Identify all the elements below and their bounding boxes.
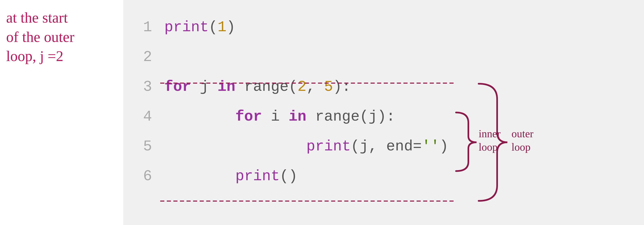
code-space2	[209, 78, 218, 95]
code-space6	[306, 108, 315, 125]
code-comma: ,	[306, 78, 324, 95]
code-line-6: 6 print ()	[140, 161, 628, 191]
code-panel: 1 print ( 1 ) 2 3 for j in range ( 2 , 5…	[123, 0, 644, 225]
code-line-3: 3 for j in range ( 2 , 5 ):	[140, 72, 628, 102]
code-space3	[236, 78, 244, 95]
code-line-2: 2	[140, 42, 628, 72]
code-indent5	[164, 138, 306, 155]
code-j-var3: j	[360, 138, 368, 155]
code-content-1: print ( 1 )	[164, 19, 236, 36]
code-indent6	[164, 168, 236, 185]
code-line-4: 4 for i in range ( j ):	[140, 102, 628, 132]
code-line-5: 5 print ( j , end = '' )	[140, 132, 628, 161]
code-print1-fn: print	[164, 19, 209, 36]
code-range-fn: range	[244, 78, 288, 95]
code-print3-fn: print	[236, 168, 280, 185]
code-paren6: )	[440, 138, 448, 155]
code-end-kw: end	[386, 138, 413, 155]
code-num2: 2	[298, 78, 306, 95]
line-number-6: 6	[140, 168, 152, 185]
code-content-3: for j in range ( 2 , 5 ):	[164, 78, 351, 95]
code-print1-paren-open: (	[209, 19, 218, 36]
code-line-1: 1 print ( 1 )	[140, 12, 628, 42]
code-paren5: (	[351, 138, 360, 155]
code-eq: =	[413, 138, 422, 155]
code-paren2: ):	[333, 78, 351, 95]
code-print1-num: 1	[218, 19, 226, 36]
code-paren4: ):	[377, 108, 395, 125]
code-empty-str: ''	[422, 138, 440, 155]
code-for2-kw: for	[236, 108, 262, 125]
code-space1	[191, 78, 200, 95]
code-i-var: i	[271, 108, 280, 125]
line-number-5: 5	[140, 138, 152, 155]
code-content-4: for i in range ( j ):	[164, 108, 395, 125]
code-content-6: print ()	[164, 168, 298, 185]
line-number-1: 1	[140, 19, 152, 36]
code-indent4	[164, 108, 236, 125]
code-print2-fn: print	[306, 138, 351, 155]
code-paren1: (	[288, 78, 298, 95]
line-number-4: 4	[140, 108, 152, 125]
annotation-panel: at the start of the outer loop, j =2	[0, 0, 123, 225]
code-for-kw: for	[164, 78, 191, 95]
code-num5: 5	[324, 78, 333, 95]
code-j-var: j	[200, 78, 209, 95]
code-comma2: ,	[368, 138, 386, 155]
code-range2-fn: range	[315, 108, 360, 125]
code-in2-kw: in	[288, 108, 306, 125]
code-paren7: ()	[280, 168, 298, 185]
line-number-2: 2	[140, 49, 152, 66]
line-number-3: 3	[140, 78, 152, 95]
code-j-var2: j	[368, 108, 377, 125]
code-content-5: print ( j , end = '' )	[164, 138, 448, 155]
code-print1-paren-close: )	[226, 19, 235, 36]
annotation-text: at the start of the outer loop, j =2	[6, 8, 74, 66]
code-paren3: (	[360, 108, 368, 125]
code-space4	[262, 108, 271, 125]
code-in-kw: in	[218, 78, 235, 95]
code-space5	[280, 108, 288, 125]
